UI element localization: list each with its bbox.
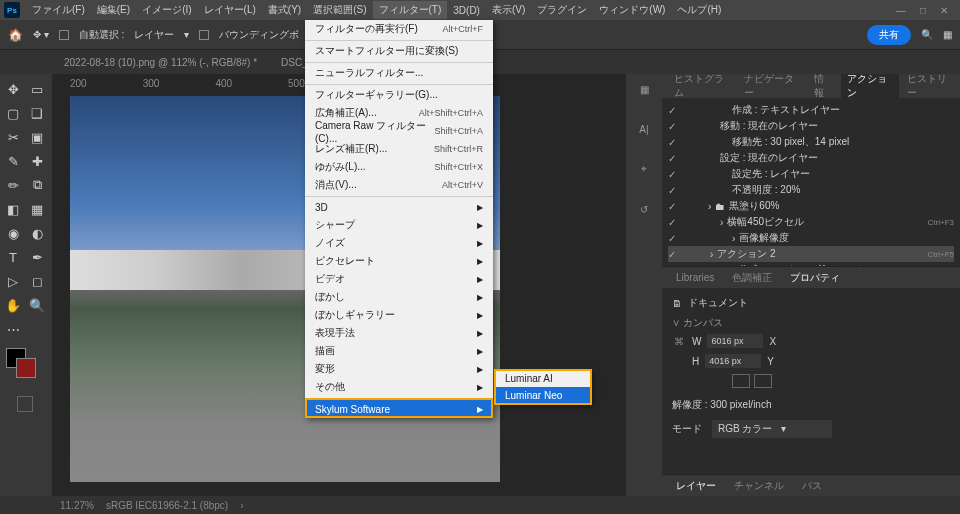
artboard-tool[interactable]: ▭ [26, 78, 48, 100]
tab-channels[interactable]: チャンネル [726, 475, 792, 497]
filter-gallery[interactable]: フィルターギャラリー(G)... [305, 84, 493, 104]
tab-paths[interactable]: パス [794, 475, 830, 497]
history-icon[interactable]: ↺ [633, 198, 655, 220]
zoom-value[interactable]: 11.27% [60, 500, 94, 511]
brush-tool[interactable]: ✏ [2, 174, 24, 196]
landscape-button[interactable] [754, 374, 772, 388]
menu-plugin[interactable]: プラグイン [531, 1, 593, 19]
action-row[interactable]: ✓› 🖿 黒塗り60% [668, 198, 954, 214]
luminar-neo[interactable]: Luminar Neo [495, 387, 591, 404]
filter-sub-7[interactable]: 表現手法▶ [305, 324, 493, 342]
filter-raw[interactable]: Camera Raw フィルター(C)...Shift+Ctrl+A [305, 122, 493, 140]
heal-tool[interactable]: ✚ [26, 150, 48, 172]
mode-select[interactable]: RGB カラー ▾ [712, 420, 832, 438]
canvas-section[interactable]: ∨ カンバス [672, 316, 950, 330]
menu-view[interactable]: 表示(V) [486, 1, 531, 19]
pen-tool[interactable]: ✒ [26, 246, 48, 268]
luminar-ai[interactable]: Luminar AI [495, 370, 591, 387]
filter-sub-5[interactable]: ぼかし▶ [305, 288, 493, 306]
action-row[interactable]: ✓› 横幅450ピクセルCtrl+F3 [668, 214, 954, 230]
filter-sub-8[interactable]: 描画▶ [305, 342, 493, 360]
filter-neural[interactable]: ニューラルフィルター... [305, 62, 493, 82]
dodge-tool[interactable]: ◐ [26, 222, 48, 244]
blur-tool[interactable]: ◉ [2, 222, 24, 244]
height-input[interactable] [705, 354, 761, 368]
layer-tabs: レイヤー チャンネル パス [662, 474, 960, 496]
zoom-tool[interactable]: 🔍 [26, 294, 48, 316]
move-tool[interactable]: ✥ [2, 78, 24, 100]
menu-layer[interactable]: レイヤー(L) [198, 1, 262, 19]
minimize-icon[interactable]: — [896, 5, 906, 16]
filter-skylum[interactable]: Skylum Software▶ [305, 398, 493, 418]
menu-edit[interactable]: 編集(E) [91, 1, 136, 19]
filter-sub-9[interactable]: 変形▶ [305, 360, 493, 378]
filter-sub-4[interactable]: ビデオ▶ [305, 270, 493, 288]
filter-smartconvert[interactable]: スマートフィルター用に変換(S) [305, 40, 493, 60]
move-icon[interactable]: ✥ ▾ [33, 29, 49, 40]
width-input[interactable] [707, 334, 763, 348]
workspace-icon[interactable]: ▦ [943, 29, 952, 40]
portrait-button[interactable] [732, 374, 750, 388]
filter-sub-3[interactable]: ピクセレート▶ [305, 252, 493, 270]
marquee-tool[interactable]: ▢ [2, 102, 24, 124]
action-row[interactable]: ✓不透明度 : 20% [668, 182, 954, 198]
filter-liquify[interactable]: ゆがみ(L)...Shift+Ctrl+X [305, 158, 493, 176]
path-tool[interactable]: ▷ [2, 270, 24, 292]
tab-adjust[interactable]: 色調補正 [724, 267, 780, 289]
close-icon[interactable]: ✕ [940, 5, 948, 16]
action-row[interactable]: ✓設定先 : レイヤー [668, 166, 954, 182]
action-row[interactable]: ✓移動先 : 30 pixel、14 pixel [668, 134, 954, 150]
home-icon[interactable]: 🏠 [8, 28, 23, 42]
menu-window[interactable]: ウィンドウ(W) [593, 1, 671, 19]
share-button[interactable]: 共有 [867, 25, 911, 45]
more-tools[interactable]: ⋯ [2, 318, 24, 340]
clone-tool[interactable]: ⧉ [26, 174, 48, 196]
link-icon[interactable]: ⌘ [672, 334, 686, 348]
maximize-icon[interactable]: □ [920, 5, 926, 16]
filter-sub-2[interactable]: ノイズ▶ [305, 234, 493, 252]
action-row[interactable]: ✓設定 : 現在のレイヤー [668, 150, 954, 166]
menu-file[interactable]: ファイル(F) [26, 1, 91, 19]
filter-sub-0[interactable]: 3D▶ [305, 196, 493, 216]
filter-sub-1[interactable]: シャープ▶ [305, 216, 493, 234]
action-row[interactable]: ✓移動 : 現在のレイヤー [668, 118, 954, 134]
eyedropper-tool[interactable]: ✎ [2, 150, 24, 172]
action-row[interactable]: ✓› アクション 2Ctrl+F5 [668, 246, 954, 262]
type-tool[interactable]: T [2, 246, 24, 268]
color-profile: sRGB IEC61966-2.1 (8bpc) [106, 500, 228, 511]
tab-1[interactable]: 2022-08-18 (10).png @ 112% (-, RGB/8#) * [56, 53, 265, 72]
filter-vanish[interactable]: 消点(V)...Alt+Ctrl+V [305, 176, 493, 194]
lasso-tool[interactable]: ❑ [26, 102, 48, 124]
quickmask[interactable] [2, 396, 48, 412]
search-icon[interactable]: 🔍 [921, 29, 933, 40]
filter-sub-10[interactable]: その他▶ [305, 378, 493, 396]
hand-tool[interactable]: ✋ [2, 294, 24, 316]
menu-image[interactable]: イメージ(I) [136, 1, 197, 19]
shape-tool[interactable]: ◻ [26, 270, 48, 292]
menu-3d[interactable]: 3D(D) [447, 3, 486, 18]
menu-filter[interactable]: フィルター(T) [373, 1, 448, 19]
menu-select[interactable]: 選択範囲(S) [307, 1, 372, 19]
menu-help[interactable]: ヘルプ(H) [671, 1, 727, 19]
tab-properties[interactable]: プロパティ [782, 267, 848, 289]
eraser-tool[interactable]: ◧ [2, 198, 24, 220]
color-icon[interactable]: ▦ [633, 78, 655, 100]
char-icon[interactable]: A| [633, 118, 655, 140]
y-label: Y [767, 356, 774, 367]
color-swatches[interactable] [2, 348, 48, 388]
brush-icon[interactable]: ⌖ [633, 158, 655, 180]
layer-dropdown[interactable]: レイヤー [134, 28, 174, 42]
tab-libraries[interactable]: Libraries [668, 268, 722, 287]
autoselect-checkbox[interactable] [59, 30, 69, 40]
filter-sub-6[interactable]: ぼかしギャラリー▶ [305, 306, 493, 324]
action-row[interactable]: ✓作成 : テキストレイヤー [668, 102, 954, 118]
frame-tool[interactable]: ▣ [26, 126, 48, 148]
action-row[interactable]: ✓› 画像解像度 [668, 230, 954, 246]
tab-layers[interactable]: レイヤー [668, 475, 724, 497]
gradient-tool[interactable]: ▦ [26, 198, 48, 220]
crop-tool[interactable]: ✂ [2, 126, 24, 148]
bounding-checkbox[interactable] [199, 30, 209, 40]
filter-rerun[interactable]: フィルターの再実行(F)Alt+Ctrl+F [305, 20, 493, 38]
menu-type[interactable]: 書式(Y) [262, 1, 307, 19]
panel-tabs-top: ヒストグラム ナビゲーター 情報 アクション ヒストリー [662, 74, 960, 98]
